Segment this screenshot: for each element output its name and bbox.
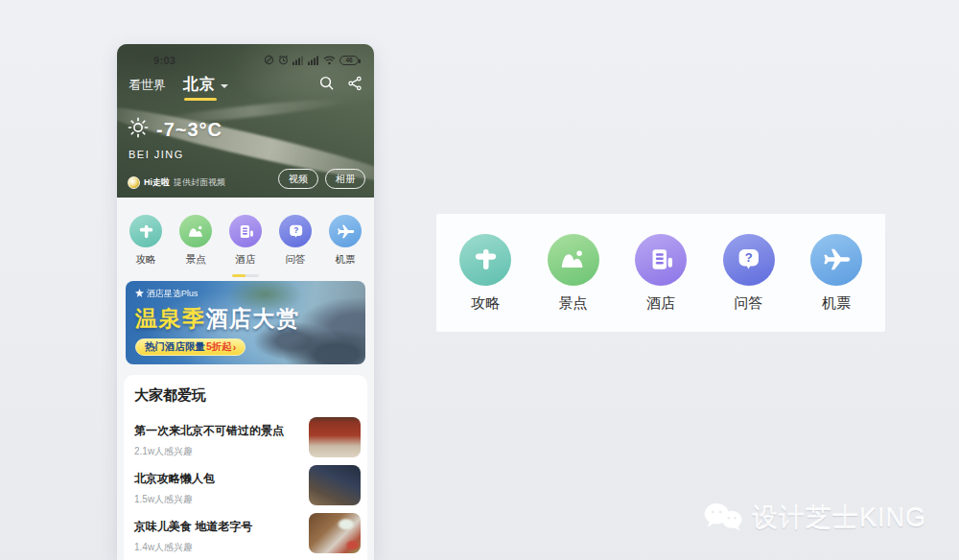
list-item-title: 第一次来北京不可错过的景点	[134, 423, 284, 439]
list-item-meta: 1.5w人感兴趣	[134, 493, 215, 506]
phone-screenshot: 9:03 46 看世界 北京	[117, 44, 374, 560]
video-button[interactable]: 视频	[278, 169, 318, 189]
nav-label: 攻略	[471, 294, 500, 313]
nav-label: 问答	[286, 253, 306, 267]
battery-icon: 46	[339, 56, 359, 65]
tab-city-beijing[interactable]: 北京	[183, 75, 228, 95]
banner-brand: 酒店星选Plus	[135, 288, 199, 300]
mountain-photo-icon	[179, 215, 212, 247]
search-icon[interactable]	[318, 75, 335, 95]
list-item-title: 京味儿美食 地道老字号	[134, 519, 252, 535]
signal-icon	[292, 56, 304, 65]
nav-label: 景点	[186, 253, 206, 267]
beijing-food-thumbnail	[309, 513, 361, 553]
banner-title-rest: 酒店大赏	[206, 306, 300, 331]
status-time: 9:03	[153, 55, 175, 66]
album-button[interactable]: 相册	[325, 169, 365, 189]
carousel-page-indicator[interactable]	[232, 274, 259, 277]
signpost-icon	[129, 215, 162, 247]
svg-text:?: ?	[745, 250, 753, 265]
provider-name: Hi走啦	[144, 176, 170, 189]
nav-item-qa[interactable]: ? 问答	[276, 215, 315, 267]
nav-item-attractions[interactable]: 景点	[176, 215, 215, 267]
signpost-icon	[459, 234, 511, 286]
active-tab-underline	[184, 98, 217, 101]
status-bar: 9:03 46	[117, 44, 374, 69]
chevron-down-icon	[221, 84, 228, 88]
list-item[interactable]: 第一次来北京不可错过的景点 2.1w人感兴趣	[134, 417, 361, 457]
sun-icon	[128, 117, 149, 142]
icon-detail-panel: 攻略 景点 酒店 ? 问答 机票	[436, 214, 885, 332]
nav-label: 酒店	[236, 253, 256, 267]
status-icons: 46	[264, 55, 359, 65]
forbidden-city-thumbnail	[309, 417, 361, 457]
nav-label: 问答	[735, 294, 763, 313]
provider-note: 提供封面视频	[174, 176, 225, 189]
airplane-icon	[329, 215, 362, 247]
alarm-icon	[278, 55, 289, 65]
list-item-meta: 2.1w人感兴趣	[134, 445, 284, 458]
nav-item-guides[interactable]: 攻略	[127, 215, 165, 267]
cta-highlight: 5折起	[206, 340, 232, 354]
signal-icon	[308, 56, 319, 65]
nav-item-guides[interactable]: 攻略	[457, 234, 513, 313]
tab-see-world[interactable]: 看世界	[129, 77, 166, 94]
nav-item-qa[interactable]: ? 问答	[721, 234, 777, 313]
list-item-text: 京味儿美食 地道老字号 1.4w人感兴趣	[134, 513, 252, 554]
nav-label: 景点	[559, 294, 588, 313]
star-icon	[135, 289, 144, 299]
list-item-meta: 1.4w人感兴趣	[134, 541, 252, 554]
wifi-icon	[323, 56, 336, 65]
mountain-photo-icon	[548, 234, 599, 286]
banner-title: 温泉季酒店大赏	[135, 304, 300, 334]
banner-cta-button[interactable]: 热门酒店限量 5折起 ›	[135, 338, 246, 356]
popular-list: 第一次来北京不可错过的景点 2.1w人感兴趣 北京攻略懒人包 1.5w人感兴趣 …	[134, 417, 361, 553]
promo-banner[interactable]: 酒店星选Plus 温泉季酒店大赏 热门酒店限量 5折起 ›	[126, 281, 365, 364]
city-aerial-thumbnail	[309, 465, 361, 505]
nav-label: 机票	[822, 294, 851, 313]
hero-nav-icons	[318, 75, 363, 95]
temperature: -7~3°C	[156, 119, 222, 141]
cta-prefix: 热门酒店限量	[145, 340, 205, 354]
airplane-icon	[810, 234, 862, 286]
nav-label: 酒店	[646, 294, 675, 313]
question-bubble-icon: ?	[723, 234, 775, 286]
nav-item-attractions[interactable]: 景点	[546, 234, 601, 313]
weather-block: -7~3°C	[128, 117, 222, 142]
city-name-en: BEI JING	[129, 149, 184, 160]
nav-item-flights[interactable]: 机票	[808, 234, 864, 313]
quick-nav-row: 攻略 景点 酒店 ? 问答 机票	[127, 215, 364, 267]
nav-label: 攻略	[136, 253, 156, 267]
wechat-icon	[703, 502, 745, 535]
hero-cover-photo: 9:03 46 看世界 北京	[117, 44, 374, 198]
watermark: 设计芝士KING	[703, 501, 926, 535]
cta-arrow-icon: ›	[233, 341, 237, 353]
nav-item-hotels[interactable]: 酒店	[226, 215, 265, 267]
banner-title-highlight: 温泉季	[135, 306, 206, 331]
hero-actions: 视频 相册	[278, 169, 365, 189]
mute-icon	[264, 55, 274, 65]
svg-text:?: ?	[293, 225, 298, 235]
list-item[interactable]: 北京攻略懒人包 1.5w人感兴趣	[134, 465, 361, 505]
share-icon[interactable]	[347, 76, 363, 95]
provider-avatar	[128, 176, 140, 189]
question-bubble-icon: ?	[279, 215, 312, 247]
list-item[interactable]: 京味儿美食 地道老字号 1.4w人感兴趣	[134, 513, 361, 553]
nav-item-flights[interactable]: 机票	[326, 215, 364, 267]
city-name: 北京	[183, 75, 216, 95]
section-title: 大家都爱玩	[134, 386, 361, 405]
nav-item-hotels[interactable]: 酒店	[633, 234, 689, 313]
list-item-text: 第一次来北京不可错过的景点 2.1w人感兴趣	[134, 417, 284, 458]
battery-percent: 46	[345, 57, 352, 63]
design-canvas: 9:03 46 看世界 北京	[0, 0, 959, 560]
hotel-building-icon	[635, 234, 687, 286]
carousel-active-page	[232, 274, 246, 277]
hero-nav: 看世界 北京	[117, 69, 374, 95]
nav-label: 机票	[336, 253, 356, 267]
popular-section-card: 大家都爱玩 第一次来北京不可错过的景点 2.1w人感兴趣 北京攻略懒人包 1.5…	[124, 375, 367, 560]
banner-brand-text: 酒店星选Plus	[147, 288, 199, 300]
cover-credit[interactable]: Hi走啦 提供封面视频	[128, 176, 225, 189]
list-item-text: 北京攻略懒人包 1.5w人感兴趣	[134, 465, 215, 506]
watermark-text: 设计芝士KING	[752, 501, 926, 535]
quick-nav-section: 攻略 景点 酒店 ? 问答 机票	[117, 215, 374, 277]
